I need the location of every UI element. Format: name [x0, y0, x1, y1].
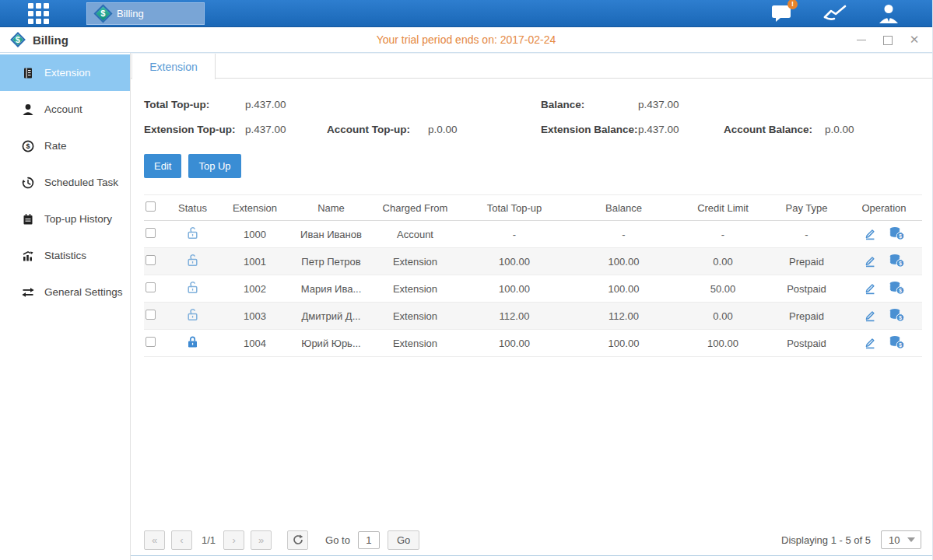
sidebar-item-account[interactable]: Account [0, 91, 130, 128]
status-cell [167, 221, 218, 248]
chart-icon[interactable] [823, 4, 847, 23]
row-checkbox[interactable] [146, 228, 156, 238]
page-indicator: 1/1 [202, 534, 216, 546]
charged-from-cell: Extension [370, 303, 460, 330]
charged-from-cell: Extension [370, 248, 460, 275]
select-all-checkbox[interactable] [146, 201, 156, 212]
row-checkbox[interactable] [146, 310, 156, 320]
total-topup-label: Total Top-up: [144, 99, 245, 110]
topup-coins-icon[interactable]: $ [889, 281, 905, 295]
operation-cell: $ [863, 308, 905, 322]
topup-coins-icon[interactable]: $ [889, 335, 905, 349]
row-checkbox[interactable] [146, 255, 156, 265]
top-up-button[interactable]: Top Up [188, 154, 240, 178]
operation-cell: $ [863, 281, 905, 295]
charged-from-cell: Account [370, 221, 460, 248]
charged-from-cell: Extension [370, 330, 460, 357]
topbar: $ Billing ! [0, 0, 932, 27]
status-cell [167, 330, 218, 357]
unlock-icon [186, 226, 199, 240]
name-cell: Юрий Юрь... [292, 330, 370, 357]
apps-grid-icon[interactable] [28, 3, 49, 24]
col-operation: Operation [846, 195, 922, 221]
sidebar-item-general-settings[interactable]: General Settings [0, 274, 130, 310]
sidebar-item-topup-history[interactable]: Top-up History [0, 201, 130, 237]
page-size-select[interactable]: 10 [881, 530, 921, 549]
chat-icon[interactable]: ! [771, 4, 792, 23]
minimize-icon[interactable] [856, 34, 867, 45]
credit-limit-cell: 0.00 [679, 248, 767, 275]
extension-cell: 1002 [218, 275, 292, 303]
billing-diamond-icon: $ [10, 32, 26, 47]
last-page-button[interactable]: » [251, 530, 272, 550]
prev-page-button[interactable]: ‹ [171, 530, 192, 550]
topup-coins-icon[interactable]: $ [889, 226, 905, 240]
account-topup-value: p.0.00 [428, 124, 458, 135]
go-button[interactable]: Go [388, 530, 419, 550]
row-checkbox[interactable] [146, 282, 156, 292]
account-topup-label: Account Top-up: [327, 124, 428, 135]
operation-cell: $ [863, 254, 905, 268]
credit-limit-cell: - [679, 221, 767, 248]
goto-page-input[interactable] [358, 531, 380, 549]
edit-pencil-icon[interactable] [863, 308, 877, 322]
sidebar-item-scheduled-task[interactable]: Scheduled Task [0, 164, 130, 201]
extension-cell: 1003 [218, 303, 292, 330]
user-icon[interactable] [878, 3, 900, 23]
col-pay-type: Pay Type [767, 195, 846, 221]
name-cell: Мария Ива... [292, 275, 370, 303]
edit-pencil-icon[interactable] [863, 281, 877, 295]
table-row: 1002Мария Ива...Extension100.00100.0050.… [144, 275, 922, 303]
extension-cell: 1004 [218, 330, 292, 357]
extension-balance-value: p.437.00 [638, 124, 724, 135]
col-total-topup: Total Top-up [460, 195, 569, 221]
col-extension: Extension [218, 195, 292, 221]
credit-limit-cell: 100.00 [679, 330, 767, 357]
extension-balance-label: Extension Balance: [541, 124, 638, 135]
name-cell: Дмитрий Д... [292, 303, 370, 330]
statistics-icon [22, 250, 34, 262]
table-body: 1000Иван ИвановAccount----$1001Петр Петр… [144, 221, 922, 357]
edit-pencil-icon[interactable] [863, 254, 877, 268]
sidebar-item-label: Top-up History [44, 213, 112, 225]
sidebar-item-extension[interactable]: Extension [0, 54, 130, 91]
page-size-value: 10 [882, 534, 900, 546]
total-topup-cell: 100.00 [460, 330, 569, 357]
col-charged-from: Charged From [370, 195, 460, 221]
status-cell [167, 303, 218, 330]
sidebar-item-statistics[interactable]: Statistics [0, 237, 130, 274]
extension-cell: 1000 [218, 221, 292, 248]
table-header-row: Status Extension Name Charged From Total… [144, 195, 922, 221]
maximize-icon[interactable] [882, 34, 893, 45]
topup-coins-icon[interactable]: $ [889, 308, 905, 322]
edit-pencil-icon[interactable] [863, 226, 877, 240]
col-credit-limit: Credit Limit [679, 195, 767, 221]
unlock-icon [186, 254, 199, 267]
balance-cell: 100.00 [569, 248, 679, 275]
name-cell: Иван Иванов [292, 221, 370, 248]
table-row: 1000Иван ИвановAccount----$ [144, 221, 922, 248]
extension-icon [22, 67, 34, 79]
topbar-tab-billing[interactable]: $ Billing [86, 2, 205, 25]
next-page-button[interactable]: › [223, 530, 244, 550]
charged-from-cell: Extension [370, 275, 460, 303]
status-cell [167, 275, 218, 303]
extensions-table: Status Extension Name Charged From Total… [144, 194, 922, 357]
refresh-button[interactable] [287, 530, 308, 550]
col-balance: Balance [569, 195, 679, 221]
tab-extension[interactable]: Extension [132, 54, 216, 79]
edit-pencil-icon[interactable] [863, 335, 877, 349]
row-checkbox[interactable] [146, 337, 156, 347]
first-page-button[interactable]: « [144, 530, 165, 550]
balance-cell: 100.00 [569, 330, 679, 357]
name-cell: Петр Петров [292, 248, 370, 275]
topup-coins-icon[interactable]: $ [889, 254, 905, 268]
notification-badge: ! [787, 0, 798, 9]
topbar-tab-label: Billing [117, 8, 144, 19]
svg-text:$: $ [899, 261, 902, 267]
close-icon[interactable]: ✕ [909, 34, 920, 45]
tab-strip: Extension [131, 53, 932, 79]
sidebar-item-rate[interactable]: $ Rate [0, 128, 130, 164]
edit-button[interactable]: Edit [144, 154, 181, 178]
lock-icon [186, 335, 199, 348]
